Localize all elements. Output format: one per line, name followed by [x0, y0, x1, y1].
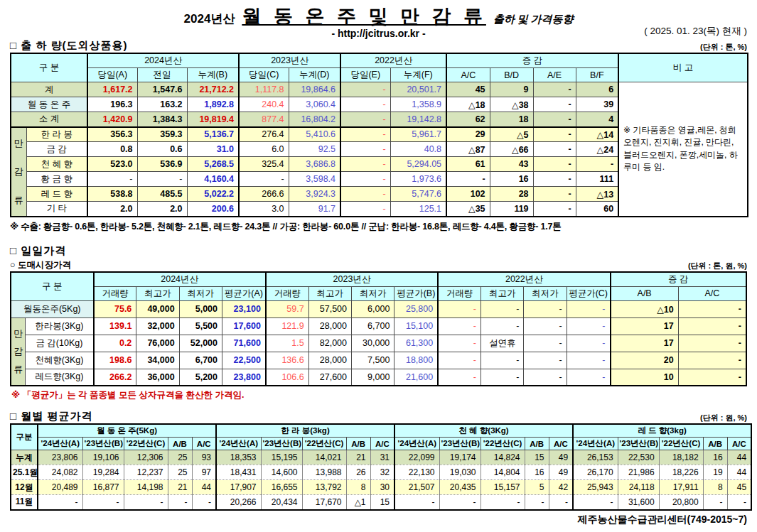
table-cell: -	[340, 187, 390, 202]
table-cell: 97	[192, 465, 216, 480]
table-cell: 19,284	[82, 465, 124, 480]
table-cell: △66	[490, 142, 533, 157]
col-header-change: 증 감	[446, 53, 618, 68]
table-cell: △14	[576, 127, 618, 142]
table-row: 만 감 류한라봉(3Kg)139.132,0005,50017,600121.9…	[11, 317, 746, 335]
table-cell: -	[38, 495, 82, 510]
table-cell: 325.4	[239, 157, 289, 172]
col-header: A/C	[727, 438, 751, 450]
table-cell: 19,819.4	[187, 112, 239, 127]
table-cell: 119	[490, 202, 533, 217]
table-cell: 136.6	[266, 352, 308, 369]
table-cell: -	[524, 352, 567, 369]
table-cell: -	[394, 495, 439, 510]
table-cell: 28,000	[308, 317, 351, 335]
col-header: '23년산(B)	[439, 438, 480, 450]
table-cell: 1.5	[266, 335, 308, 352]
table-cell: 24,118	[618, 480, 659, 495]
table-cell: 30	[370, 480, 394, 495]
table-cell: -	[82, 495, 124, 510]
table-cell: -	[438, 300, 480, 317]
col-header: A/B	[611, 286, 679, 300]
col-header: A/C	[370, 438, 394, 450]
table-cell: -	[549, 495, 573, 510]
table-cell: 19,030	[439, 465, 480, 480]
row-label: 누계	[11, 450, 38, 465]
table-cell: △13	[576, 187, 618, 202]
site-url-link[interactable]: - http://jcitrus.or.kr -	[10, 28, 747, 39]
col-header: '24년산(A)	[38, 438, 82, 450]
table-cell: 5,747.6	[390, 187, 446, 202]
table-cell: 23,800	[222, 369, 265, 386]
table-cell: 5,200	[179, 369, 222, 386]
table-cell: -	[481, 369, 524, 386]
table-cell: -	[678, 369, 746, 386]
table-cell: 266.2	[94, 369, 136, 386]
table-cell: 25,800	[394, 300, 438, 317]
row-label: 11월	[11, 495, 38, 510]
table-row: 금 감(10Kg)0.276,00052,00071,6001.582,0003…	[11, 335, 746, 352]
table-cell: -	[533, 202, 576, 217]
table-cell: -	[481, 352, 524, 369]
table-cell: -	[678, 335, 746, 352]
table-cell: 27,600	[308, 369, 351, 386]
table-cell: -	[87, 172, 137, 187]
table-cell: -	[137, 172, 187, 187]
col-header: '24년산(A)	[573, 438, 618, 450]
table-cell: 18,431	[216, 465, 261, 480]
col-header: A/C	[549, 438, 573, 450]
table-cell: 52,000	[179, 335, 222, 352]
row-label: 금 감	[26, 142, 87, 157]
report-page: 2024년산월 동 온 주 및 만 감 류출하 및 가격동향 - http://…	[0, 0, 757, 526]
monthly-unit-label: (단위 : 원, %)	[700, 413, 747, 423]
table-cell: -	[168, 495, 192, 510]
table-cell: 17,600	[222, 317, 265, 335]
table-cell: △10	[611, 300, 679, 317]
table-cell: -	[439, 495, 480, 510]
col-header: 최저가	[352, 286, 394, 300]
table-row: 월동온주(5Kg)75.649,0005,00023,10059.757,500…	[11, 300, 746, 317]
table-cell: -	[567, 352, 610, 369]
table-cell: -	[340, 82, 390, 97]
table-cell: 5,410.6	[289, 127, 340, 142]
table-row: 천혜향(3Kg)198.634,0006,70022,500136.628,00…	[11, 352, 746, 369]
table-cell: 16,804.2	[289, 112, 340, 127]
table-cell: 61,300	[394, 335, 438, 352]
table-cell: -	[533, 172, 576, 187]
table-cell: 16,877	[82, 480, 124, 495]
table-cell: 17,907	[216, 480, 261, 495]
table-cell: 196.3	[87, 97, 137, 112]
table-cell: 44	[727, 450, 751, 465]
col-header: 최고가	[481, 286, 524, 300]
table-cell: 4	[576, 112, 618, 127]
table-cell: 59.7	[266, 300, 308, 317]
table-cell: 6.0	[239, 142, 289, 157]
col-header: A/B	[525, 438, 549, 450]
table-cell: -	[446, 172, 490, 187]
table-cell: 1,384.3	[137, 112, 187, 127]
table-cell: -	[524, 335, 567, 352]
col-header-gubun: 구분	[11, 424, 38, 450]
table-cell: -	[480, 495, 525, 510]
col-header: 누계(D)	[289, 68, 340, 82]
table-cell: 163.2	[137, 97, 187, 112]
daily-unit-label: (단위 : 톤, 원, %)	[688, 261, 747, 271]
table-row: 11월-----20,26620,43417,670△115------31,6…	[11, 495, 751, 510]
table-cell: 15,195	[261, 450, 302, 465]
table-cell: 49	[549, 450, 573, 465]
table-cell: 3,686.8	[289, 157, 340, 172]
table-cell: 26	[346, 465, 370, 480]
table-cell: 5,136.7	[187, 127, 239, 142]
table-cell: 21,600	[394, 369, 438, 386]
table-cell: 3,598.4	[289, 172, 340, 187]
group-label-mangam: 만 감 류	[11, 127, 26, 217]
row-label: 25.1월	[11, 465, 38, 480]
title-bar: 2024년산월 동 온 주 및 만 감 류출하 및 가격동향 - http://…	[10, 4, 747, 39]
table-cell: 30,000	[352, 335, 394, 352]
title-line: 2024년산월 동 온 주 및 만 감 류출하 및 가격동향	[10, 4, 747, 29]
table-cell: 57,500	[308, 300, 351, 317]
table-cell: 42	[549, 480, 573, 495]
col-header: A/B	[703, 438, 727, 450]
col-header-2023: 2023년산	[239, 53, 340, 68]
shipment-section-head: □ 출 하 량(도외상품용) (단위 : 톤, %)	[10, 39, 747, 53]
